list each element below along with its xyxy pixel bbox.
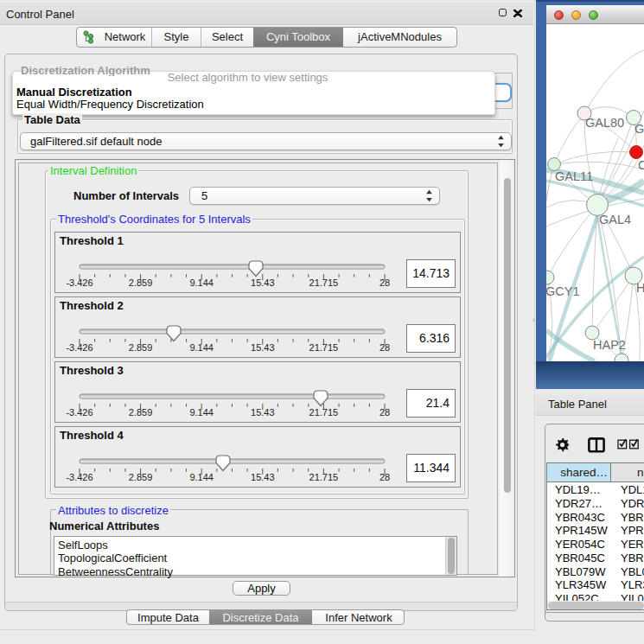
svg-text:GAL11: GAL11 bbox=[555, 169, 593, 183]
svg-text:H: H bbox=[636, 281, 644, 295]
svg-text:GA: GA bbox=[634, 122, 644, 136]
svg-text:GAL4: GAL4 bbox=[599, 213, 631, 226]
svg-text:GAL80: GAL80 bbox=[585, 116, 624, 130]
svg-text:HAP2: HAP2 bbox=[593, 338, 626, 352]
svg-text:C: C bbox=[638, 158, 644, 172]
svg-text:GCY1: GCY1 bbox=[545, 284, 580, 298]
